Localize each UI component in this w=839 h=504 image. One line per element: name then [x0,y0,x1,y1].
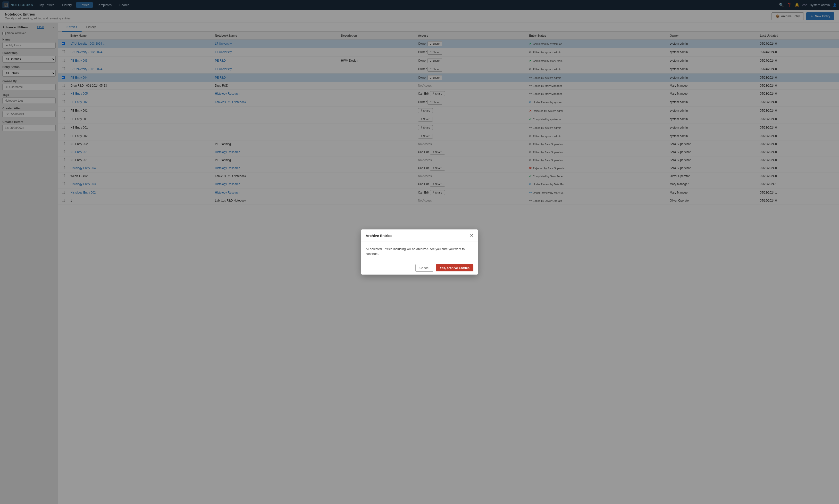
modal-header: Archive Entries ✕ [361,230,478,242]
modal-close-button[interactable]: ✕ [470,233,474,238]
modal-confirm-button[interactable]: Yes, archive Entries [436,264,474,271]
modal-overlay[interactable]: Archive Entries ✕ All selected Entries i… [0,0,839,504]
modal-message: All selected Entries including will be a… [365,247,474,256]
modal-cancel-button[interactable]: Cancel [415,264,433,272]
modal-footer: Cancel Yes, archive Entries [361,261,478,274]
modal-title: Archive Entries [365,234,392,238]
modal-body: All selected Entries including will be a… [361,242,478,261]
archive-entries-modal: Archive Entries ✕ All selected Entries i… [361,230,478,274]
